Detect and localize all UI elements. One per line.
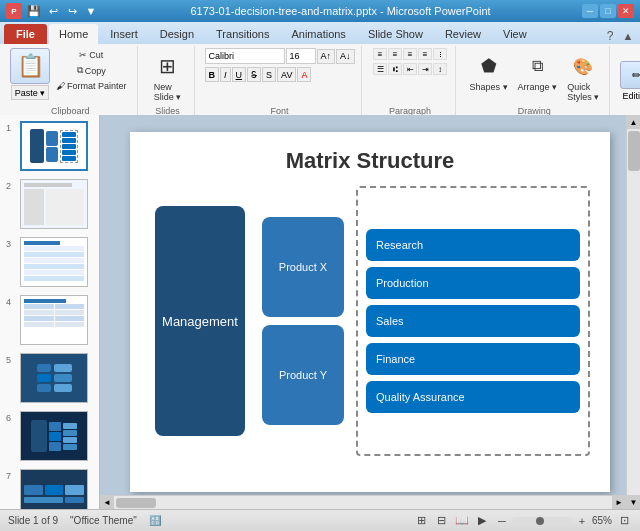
font-color-button[interactable]: A: [297, 67, 311, 82]
align-right-button[interactable]: ≡: [403, 48, 417, 60]
slide-thumb-5[interactable]: 5: [4, 351, 95, 405]
vertical-scrollbar[interactable]: ▲ ▼: [626, 115, 640, 509]
zoom-out-button[interactable]: ─: [494, 513, 510, 529]
decrease-font-button[interactable]: A↓: [336, 49, 355, 64]
zoom-thumb[interactable]: [536, 517, 544, 525]
tab-view[interactable]: View: [493, 24, 537, 44]
increase-font-button[interactable]: A↑: [317, 49, 336, 64]
horizontal-scrollbar[interactable]: ◄ ►: [100, 495, 626, 509]
thumb-box-6: [20, 411, 88, 461]
scroll-down-button[interactable]: ▼: [627, 495, 640, 509]
char-spacing-button[interactable]: AV: [277, 67, 296, 82]
thumb-box-5: [20, 353, 88, 403]
dept-quality-assurance[interactable]: Quality Assurance: [366, 381, 580, 413]
slide-thumb-3[interactable]: 3: [4, 235, 95, 289]
normal-view-button[interactable]: ⊞: [414, 513, 430, 529]
title-bar: P 💾 ↩ ↪ ▼ 6173-01-decision-tree-and-matr…: [0, 0, 640, 22]
slide-sorter-button[interactable]: ⊟: [434, 513, 450, 529]
scroll-left-button[interactable]: ◄: [100, 496, 114, 509]
reading-view-button[interactable]: 📖: [454, 513, 470, 529]
quick-access-undo[interactable]: ↩: [45, 3, 61, 19]
font-size-selector[interactable]: 16: [286, 48, 316, 64]
align-center-button[interactable]: ≡: [388, 48, 402, 60]
slide-thumb-2[interactable]: 2: [4, 177, 95, 231]
dept-sales[interactable]: Sales: [366, 305, 580, 337]
scroll-h-thumb[interactable]: [116, 498, 156, 508]
tab-review[interactable]: Review: [435, 24, 491, 44]
align-left-button[interactable]: ≡: [373, 48, 387, 60]
numbered-list-button[interactable]: ⑆: [388, 63, 402, 75]
help-icon[interactable]: ?: [602, 28, 618, 44]
justify-button[interactable]: ≡: [418, 48, 432, 60]
underline-button[interactable]: U: [232, 67, 247, 82]
arrange-button[interactable]: ⧉ Arrange ▾: [514, 48, 562, 94]
italic-button[interactable]: I: [220, 67, 231, 82]
quick-access-dropdown[interactable]: ▼: [83, 3, 99, 19]
quick-access-save[interactable]: 💾: [26, 3, 42, 19]
drawing-group: ⬟ Shapes ▾ ⧉ Arrange ▾ 🎨 QuickStyles ▾ D…: [460, 46, 611, 118]
tab-animations[interactable]: Animations: [281, 24, 355, 44]
paste-dropdown[interactable]: Paste ▾: [11, 85, 50, 100]
maximize-button[interactable]: □: [600, 4, 616, 18]
quick-styles-button[interactable]: 🎨 QuickStyles ▾: [563, 48, 603, 104]
slide-thumb-1[interactable]: 1: [4, 119, 95, 173]
spell-check-icon[interactable]: 🔠: [149, 515, 161, 526]
product-x-box[interactable]: Product X: [262, 217, 344, 317]
zoom-in-button[interactable]: +: [574, 513, 590, 529]
editing-icon[interactable]: ✏: [620, 61, 640, 89]
ribbon-collapse[interactable]: ▲: [620, 28, 636, 44]
font-group: Calibri 16 A↑ A↓ B I U S̶ S AV A Font: [199, 46, 362, 118]
tab-design[interactable]: Design: [150, 24, 204, 44]
shadow-button[interactable]: S: [262, 67, 276, 82]
slide-thumb-4[interactable]: 4: [4, 293, 95, 347]
slide-thumb-7[interactable]: 7: [4, 467, 95, 509]
new-slide-button[interactable]: ⊞ NewSlide ▾: [148, 48, 188, 104]
tab-slideshow[interactable]: Slide Show: [358, 24, 433, 44]
fit-slide-button[interactable]: ⊡: [616, 513, 632, 529]
shapes-button[interactable]: ⬟ Shapes ▾: [466, 48, 512, 94]
thumb-box-3: [20, 237, 88, 287]
slide-num-1: 1: [6, 121, 16, 133]
arrange-icon: ⧉: [521, 50, 553, 82]
scroll-thumb[interactable]: [628, 131, 640, 171]
copy-button[interactable]: ⧉Copy: [52, 63, 131, 78]
close-button[interactable]: ✕: [618, 4, 634, 18]
theme-info: "Office Theme": [70, 515, 137, 526]
new-slide-icon: ⊞: [152, 50, 184, 82]
minimize-button[interactable]: ─: [582, 4, 598, 18]
line-spacing-button[interactable]: ↕: [433, 63, 447, 75]
increase-indent-button[interactable]: ⇥: [418, 63, 432, 75]
thumb-box-1: [20, 121, 88, 171]
slideshow-button[interactable]: ▶: [474, 513, 490, 529]
tab-transitions[interactable]: Transitions: [206, 24, 279, 44]
slides-panel: 1 2: [0, 115, 100, 509]
departments-column: Research Production Sales Finance Qualit…: [356, 186, 590, 456]
decrease-indent-button[interactable]: ⇤: [403, 63, 417, 75]
tab-home[interactable]: Home: [49, 24, 98, 44]
scroll-up-button[interactable]: ▲: [627, 115, 640, 129]
thumb-box-2: [20, 179, 88, 229]
tab-file[interactable]: File: [4, 24, 47, 44]
dept-production[interactable]: Production: [366, 267, 580, 299]
zoom-slider[interactable]: [512, 517, 572, 525]
cut-button[interactable]: ✂Cut: [52, 48, 131, 62]
dept-research[interactable]: Research: [366, 229, 580, 261]
strikethrough-button[interactable]: S̶: [247, 67, 261, 82]
format-painter-button[interactable]: 🖌Format Painter: [52, 79, 131, 93]
main-slide-area: Matrix Structure Management Product X Pr…: [100, 115, 640, 509]
bold-button[interactable]: B: [205, 67, 220, 82]
font-name-selector[interactable]: Calibri: [205, 48, 285, 64]
quick-access-redo[interactable]: ↪: [64, 3, 80, 19]
columns-button[interactable]: ⫶: [433, 48, 447, 60]
dept-finance[interactable]: Finance: [366, 343, 580, 375]
tab-insert[interactable]: Insert: [100, 24, 148, 44]
scroll-right-button[interactable]: ►: [612, 496, 626, 509]
slide-title: Matrix Structure: [286, 148, 455, 174]
bullet-list-button[interactable]: ☰: [373, 63, 387, 75]
slide-thumb-6[interactable]: 6: [4, 409, 95, 463]
product-y-box[interactable]: Product Y: [262, 325, 344, 425]
ribbon-tabs: File Home Insert Design Transitions Anim…: [0, 22, 640, 44]
paste-button[interactable]: 📋: [10, 48, 50, 84]
slide-num-4: 4: [6, 295, 16, 307]
management-box[interactable]: Management: [155, 206, 245, 436]
